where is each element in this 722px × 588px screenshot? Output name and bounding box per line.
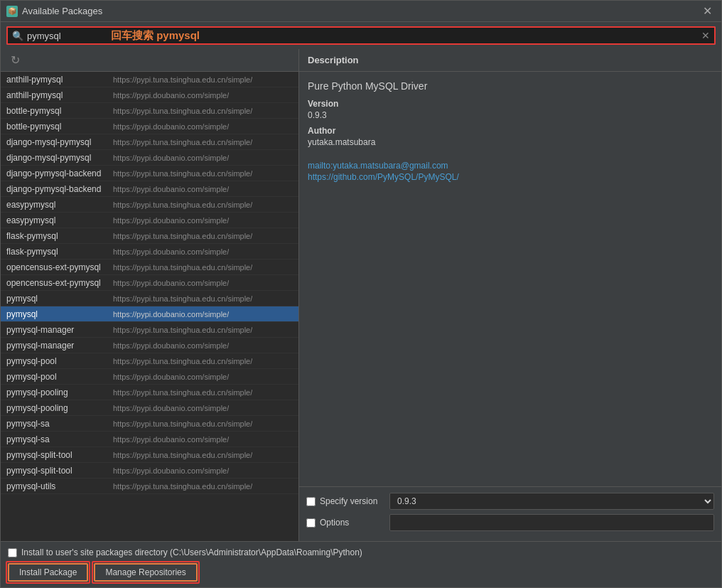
package-row[interactable]: opencensus-ext-pymysqlhttps://pypi.tuna.… [1, 260, 298, 275]
package-row[interactable]: pymysql-split-toolhttps://pypi.doubanio.… [1, 463, 298, 479]
refresh-button[interactable]: ↻ [6, 52, 24, 68]
package-row[interactable]: pymysql-split-toolhttps://pypi.tuna.tsin… [1, 447, 298, 463]
package-row[interactable]: pymysqlhttps://pypi.doubanio.com/simple/ [1, 306, 298, 322]
package-url: https://pypi.doubanio.com/simple/ [113, 279, 229, 287]
package-list[interactable]: anthill-pymysqlhttps://pypi.tuna.tsinghu… [1, 72, 298, 541]
package-url: https://pypi.tuna.tsinghua.edu.cn/simple… [113, 451, 252, 459]
package-list-panel: ↻ anthill-pymysqlhttps://pypi.tuna.tsing… [1, 49, 299, 541]
package-row[interactable]: django-pymysql-backendhttps://pypi.douba… [1, 181, 298, 197]
bottom-panel: Specify version 0.9.3 0.9.2 0.9.1 0.9.0 … [299, 486, 721, 541]
main-content: ↻ anthill-pymysqlhttps://pypi.tuna.tsing… [1, 49, 721, 541]
package-name: pymysql-sa [6, 419, 113, 429]
search-bar: 🔍 ✕ 回车搜索 pymysql [1, 22, 721, 49]
options-row: Options [306, 514, 714, 531]
list-header: ↻ [1, 49, 298, 72]
package-row[interactable]: easypymysqlhttps://pypi.doubanio.com/sim… [1, 213, 298, 228]
desc-author-label: Author [308, 126, 713, 136]
package-name: pymysql [6, 309, 113, 319]
package-url: https://pypi.doubanio.com/simple/ [113, 404, 229, 412]
desc-title: Pure Python MySQL Driver [308, 80, 713, 92]
package-row[interactable]: pymysqlhttps://pypi.tuna.tsinghua.edu.cn… [1, 291, 298, 306]
package-name: pymysql-pooling [6, 387, 113, 397]
package-name: pymysql-pool [6, 356, 113, 366]
search-input-wrapper: 🔍 ✕ [6, 26, 716, 45]
package-row[interactable]: bottle-pymysqlhttps://pypi.doubanio.com/… [1, 119, 298, 134]
desc-version-label: Version [308, 99, 713, 109]
package-url: https://pypi.doubanio.com/simple/ [113, 91, 229, 100]
package-url: https://pypi.doubanio.com/simple/ [113, 154, 229, 162]
package-name: anthill-pymysql [6, 90, 113, 100]
package-url: https://pypi.doubanio.com/simple/ [113, 216, 229, 225]
install-path-checkbox[interactable] [8, 548, 17, 557]
package-name: easypymysql [6, 215, 113, 225]
close-button[interactable]: ✕ [699, 3, 716, 20]
package-url: https://pypi.doubanio.com/simple/ [113, 435, 229, 444]
package-name: django-mysql-pymysql [6, 153, 113, 163]
package-name: pymysql-pool [6, 372, 113, 382]
package-row[interactable]: pymysql-poolinghttps://pypi.doubanio.com… [1, 400, 298, 416]
package-name: easypymysql [6, 200, 113, 210]
options-label: Options [320, 518, 384, 528]
package-row[interactable]: pymysql-managerhttps://pypi.doubanio.com… [1, 338, 298, 353]
package-name: bottle-pymysql [6, 122, 113, 132]
package-row[interactable]: anthill-pymysqlhttps://pypi.tuna.tsinghu… [1, 72, 298, 87]
package-row[interactable]: django-mysql-pymysqlhttps://pypi.tuna.ts… [1, 134, 298, 150]
package-url: https://pypi.tuna.tsinghua.edu.cn/simple… [113, 169, 252, 178]
description-content: Pure Python MySQL Driver Version 0.9.3 A… [299, 72, 721, 486]
package-url: https://pypi.tuna.tsinghua.edu.cn/simple… [113, 138, 252, 146]
package-row[interactable]: pymysql-sahttps://pypi.tuna.tsinghua.edu… [1, 416, 298, 432]
package-row[interactable]: pymysql-poolhttps://pypi.tuna.tsinghua.e… [1, 353, 298, 369]
package-name: opencensus-ext-pymysql [6, 278, 113, 288]
package-url: https://pypi.tuna.tsinghua.edu.cn/simple… [113, 419, 252, 428]
package-name: anthill-pymysql [6, 75, 113, 85]
package-url: https://pypi.tuna.tsinghua.edu.cn/simple… [113, 107, 252, 115]
package-url: https://pypi.doubanio.com/simple/ [113, 373, 229, 381]
package-url: https://pypi.tuna.tsinghua.edu.cn/simple… [113, 201, 252, 209]
package-url: https://pypi.tuna.tsinghua.edu.cn/simple… [113, 294, 252, 303]
package-row[interactable]: flask-pymysqlhttps://pypi.tuna.tsinghua.… [1, 228, 298, 244]
window-title: Available Packages [22, 6, 699, 16]
package-url: https://pypi.tuna.tsinghua.edu.cn/simple… [113, 263, 252, 272]
package-url: https://pypi.doubanio.com/simple/ [113, 341, 229, 350]
package-row[interactable]: pymysql-utilshttps://pypi.tuna.tsinghua.… [1, 479, 298, 494]
install-package-button[interactable]: Install Package [8, 563, 88, 582]
description-panel: Description Pure Python MySQL Driver Ver… [299, 49, 721, 541]
desc-link1[interactable]: mailto:yutaka.matsubara@gmail.com [308, 161, 713, 171]
package-row[interactable]: easypymysqlhttps://pypi.tuna.tsinghua.ed… [1, 197, 298, 213]
desc-link2[interactable]: https://github.com/PyMySQL/PyMySQL/ [308, 172, 713, 182]
package-row[interactable]: pymysql-managerhttps://pypi.tuna.tsinghu… [1, 322, 298, 338]
search-clear-button[interactable]: ✕ [701, 30, 710, 41]
package-row[interactable]: pymysql-poolhttps://pypi.doubanio.com/si… [1, 369, 298, 385]
search-input[interactable] [27, 31, 699, 41]
version-row: Specify version 0.9.3 0.9.2 0.9.1 0.9.0 [306, 493, 714, 510]
package-row[interactable]: anthill-pymysqlhttps://pypi.doubanio.com… [1, 87, 298, 103]
package-row[interactable]: pymysql-sahttps://pypi.doubanio.com/simp… [1, 432, 298, 447]
button-row: Install Package Manage Repositories [8, 563, 714, 582]
package-row[interactable]: bottle-pymysqlhttps://pypi.tuna.tsinghua… [1, 103, 298, 119]
package-url: https://pypi.tuna.tsinghua.edu.cn/simple… [113, 326, 252, 334]
package-name: opencensus-ext-pymysql [6, 262, 113, 272]
package-url: https://pypi.doubanio.com/simple/ [113, 247, 229, 256]
package-name: pymysql-pooling [6, 403, 113, 413]
desc-author-value: yutaka.matsubara [308, 137, 713, 147]
package-name: pymysql-split-tool [6, 450, 113, 460]
description-header: Description [299, 49, 721, 72]
package-row[interactable]: flask-pymysqlhttps://pypi.doubanio.com/s… [1, 244, 298, 260]
specify-version-checkbox[interactable] [306, 497, 316, 506]
package-row[interactable]: django-mysql-pymysqlhttps://pypi.doubani… [1, 150, 298, 166]
options-checkbox[interactable] [306, 518, 316, 528]
package-url: https://pypi.doubanio.com/simple/ [113, 122, 229, 131]
package-name: flask-pymysql [6, 231, 113, 241]
manage-repositories-button[interactable]: Manage Repositories [94, 563, 197, 582]
package-name: pymysql-sa [6, 434, 113, 444]
options-input[interactable] [389, 514, 714, 531]
main-window: 📦 Available Packages ✕ 🔍 ✕ 回车搜索 pymysql … [0, 0, 722, 588]
version-select[interactable]: 0.9.3 0.9.2 0.9.1 0.9.0 [389, 493, 714, 510]
package-row[interactable]: opencensus-ext-pymysqlhttps://pypi.douba… [1, 275, 298, 291]
package-url: https://pypi.doubanio.com/simple/ [113, 185, 229, 193]
package-name: django-mysql-pymysql [6, 137, 113, 147]
package-row[interactable]: pymysql-poolinghttps://pypi.tuna.tsinghu… [1, 385, 298, 400]
package-name: django-pymysql-backend [6, 184, 113, 194]
package-row[interactable]: django-pymysql-backendhttps://pypi.tuna.… [1, 166, 298, 181]
window-icon: 📦 [6, 6, 18, 17]
